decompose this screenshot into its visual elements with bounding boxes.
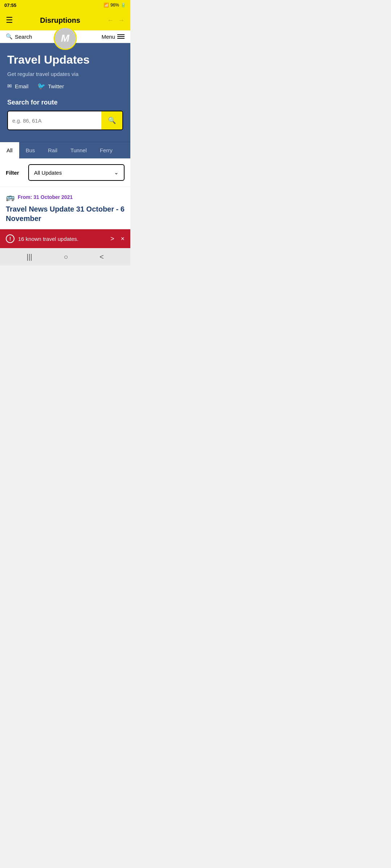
search-link[interactable]: 🔍 Search bbox=[6, 33, 32, 40]
twitter-icon: 🐦 bbox=[37, 82, 45, 90]
menu-link[interactable]: Menu bbox=[101, 34, 125, 40]
email-icon: ✉ bbox=[7, 83, 12, 89]
tabs-bar: All Bus Rail Tunnel Ferry bbox=[0, 142, 130, 158]
logo-letter: M bbox=[61, 33, 69, 44]
hero-section: Travel Updates Get regular travel update… bbox=[0, 43, 130, 142]
tab-tunnel[interactable]: Tunnel bbox=[64, 142, 93, 158]
menu-label: Menu bbox=[101, 34, 115, 40]
status-bar: 07:55 📶 96% 🔋 bbox=[0, 0, 130, 10]
page-title: Disruptions bbox=[40, 16, 80, 25]
notif-close-button[interactable]: × bbox=[121, 235, 125, 243]
android-nav-bar: ||| ○ < bbox=[0, 248, 130, 265]
back-arrow-icon[interactable]: ← bbox=[107, 17, 114, 24]
status-icons: 📶 96% 🔋 bbox=[104, 3, 126, 8]
hero-title: Travel Updates bbox=[7, 53, 123, 67]
news-bus-icon: 🚌 bbox=[6, 193, 15, 201]
tab-all[interactable]: All bbox=[0, 142, 19, 158]
wifi-icon: 📶 bbox=[104, 3, 109, 8]
tab-bus[interactable]: Bus bbox=[19, 142, 42, 158]
email-link[interactable]: ✉ Email bbox=[7, 82, 29, 90]
status-time: 07:55 bbox=[4, 3, 16, 8]
search-label: Search bbox=[15, 34, 32, 40]
android-back-button[interactable]: < bbox=[100, 253, 104, 261]
route-search-input[interactable] bbox=[8, 112, 101, 129]
news-title: Travel News Update 31 October - 6 Novemb… bbox=[6, 204, 125, 223]
logo-container[interactable]: M bbox=[54, 27, 77, 50]
battery-text: 96% bbox=[110, 3, 119, 8]
search-icon: 🔍 bbox=[6, 33, 13, 40]
twitter-link[interactable]: 🐦 Twitter bbox=[37, 82, 64, 90]
route-search-button[interactable]: 🔍 bbox=[101, 111, 122, 129]
notif-alert-icon: ! bbox=[6, 234, 14, 243]
news-item[interactable]: 🚌 From: 31 October 2021 Travel News Upda… bbox=[0, 187, 130, 229]
chevron-down-icon: ⌄ bbox=[114, 169, 119, 176]
android-home-button[interactable]: ○ bbox=[64, 253, 68, 261]
search-for-route-label: Search for route bbox=[7, 99, 123, 106]
tab-ferry[interactable]: Ferry bbox=[93, 142, 119, 158]
hamburger-icon[interactable]: ☰ bbox=[6, 16, 13, 25]
filter-row: Filter All Updates ⌄ bbox=[0, 158, 130, 187]
site-header: 🔍 Search M Menu bbox=[0, 30, 130, 43]
twitter-label: Twitter bbox=[48, 83, 64, 89]
logo-circle: M bbox=[54, 27, 77, 50]
route-search-icon: 🔍 bbox=[108, 117, 116, 124]
news-meta: 🚌 From: 31 October 2021 bbox=[6, 193, 125, 201]
nav-arrows: ← → bbox=[107, 17, 125, 24]
filter-select[interactable]: All Updates ⌄ bbox=[28, 164, 125, 181]
menu-lines-icon bbox=[117, 34, 125, 39]
notif-arrow-icon[interactable]: > bbox=[110, 235, 114, 243]
route-search-box: 🔍 bbox=[7, 111, 123, 130]
notification-bar: ! 16 known travel updates. > × bbox=[0, 229, 130, 248]
filter-value: All Updates bbox=[34, 170, 62, 176]
social-links: ✉ Email 🐦 Twitter bbox=[7, 82, 123, 90]
battery-icon: 🔋 bbox=[121, 3, 126, 8]
android-menu-button[interactable]: ||| bbox=[26, 253, 32, 261]
forward-arrow-icon[interactable]: → bbox=[118, 17, 125, 24]
news-date: From: 31 October 2021 bbox=[18, 194, 73, 200]
email-label: Email bbox=[15, 83, 29, 89]
notif-text: 16 known travel updates. bbox=[18, 236, 107, 242]
filter-label: Filter bbox=[6, 170, 24, 176]
tab-rail[interactable]: Rail bbox=[42, 142, 64, 158]
hero-subtitle: Get regular travel updates via bbox=[7, 71, 123, 77]
